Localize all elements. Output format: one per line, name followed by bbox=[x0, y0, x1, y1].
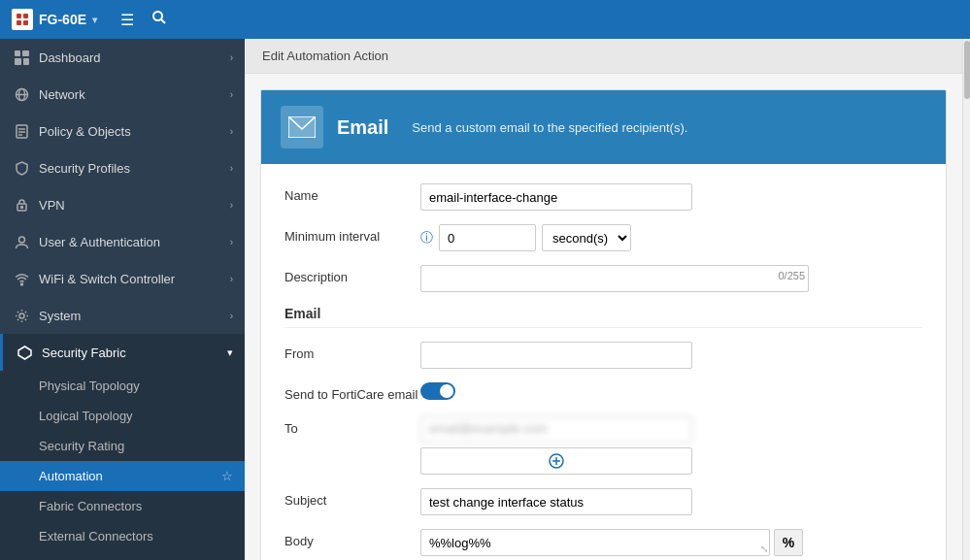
to-control: email@example.com bbox=[420, 416, 922, 475]
hamburger-icon[interactable]: ☰ bbox=[120, 11, 134, 29]
subject-input[interactable] bbox=[420, 488, 692, 515]
form-card: Email Send a custom email to the specifi… bbox=[260, 89, 947, 560]
dashboard-chevron: › bbox=[230, 52, 233, 63]
card-subtitle: Send a custom email to the specified rec… bbox=[412, 120, 687, 135]
body-row: Body ⤡ % bbox=[284, 529, 922, 556]
to-row: To email@example.com bbox=[284, 416, 922, 475]
percent-label: % bbox=[783, 535, 794, 550]
security-profiles-chevron: › bbox=[230, 163, 233, 174]
card-title: Email bbox=[337, 116, 388, 139]
automation-label: Automation bbox=[39, 469, 103, 483]
sidebar-item-security-rating[interactable]: Security Rating bbox=[0, 431, 245, 461]
body-control: ⤡ % bbox=[420, 529, 922, 556]
security-fabric-chevron: ▾ bbox=[227, 346, 233, 359]
sidebar-item-policy-objects[interactable]: Policy & Objects › bbox=[0, 113, 245, 149]
svg-rect-6 bbox=[15, 50, 20, 56]
name-label: Name bbox=[284, 183, 420, 203]
vpn-chevron: › bbox=[230, 200, 233, 211]
device-name-label: FG-60E bbox=[39, 12, 86, 27]
dashboard-icon bbox=[12, 48, 31, 67]
to-add-button[interactable] bbox=[420, 447, 692, 475]
svg-marker-22 bbox=[18, 346, 31, 359]
sidebar-item-user-auth[interactable]: User & Authentication › bbox=[0, 223, 245, 260]
description-input[interactable] bbox=[420, 265, 809, 292]
sidebar-item-vpn[interactable]: VPN › bbox=[0, 186, 245, 223]
search-icon[interactable] bbox=[151, 10, 167, 29]
min-interval-label: Minimum interval bbox=[284, 224, 420, 244]
content-body: Email Send a custom email to the specifi… bbox=[245, 74, 962, 560]
security-profiles-label: Security Profiles bbox=[39, 161, 230, 176]
interval-unit-select[interactable]: second(s) minute(s) hour(s) bbox=[542, 224, 631, 251]
svg-point-4 bbox=[153, 12, 162, 20]
sidebar-item-external-connectors[interactable]: External Connectors bbox=[0, 521, 245, 551]
body-percent-button[interactable]: % bbox=[774, 529, 803, 556]
name-row: Name bbox=[284, 183, 922, 211]
content-area: Edit Automation Action Email Send a cust… bbox=[245, 39, 962, 560]
network-chevron: › bbox=[230, 89, 233, 100]
dashboard-label: Dashboard bbox=[39, 50, 230, 65]
security-profiles-icon bbox=[12, 158, 31, 178]
main-layout: Dashboard › Network › bbox=[0, 39, 970, 560]
description-row: Description 0/255 bbox=[284, 265, 922, 292]
content-header: Edit Automation Action bbox=[245, 39, 962, 74]
from-label: From bbox=[284, 342, 420, 361]
network-icon bbox=[12, 84, 31, 104]
sidebar-item-logical-topology[interactable]: Logical Topology bbox=[0, 401, 245, 431]
scrollbar-track[interactable] bbox=[962, 39, 970, 560]
forticare-toggle[interactable] bbox=[420, 382, 455, 400]
sidebar-item-automation[interactable]: Automation ☆ bbox=[0, 461, 245, 491]
policy-icon bbox=[12, 121, 31, 141]
email-section-title: Email bbox=[284, 306, 922, 328]
interval-input[interactable] bbox=[439, 224, 536, 251]
from-control bbox=[420, 342, 922, 369]
svg-point-21 bbox=[19, 313, 24, 318]
svg-rect-0 bbox=[17, 14, 21, 18]
card-header: Email Send a custom email to the specifi… bbox=[261, 90, 946, 164]
name-input[interactable] bbox=[420, 183, 692, 211]
card-body: Name Minimum interval ⓘ second(s) bbox=[261, 164, 946, 560]
sidebar-item-fabric-connectors[interactable]: Fabric Connectors bbox=[0, 491, 245, 521]
system-chevron: › bbox=[230, 311, 233, 321]
user-auth-label: User & Authentication bbox=[39, 235, 230, 249]
scrollbar-thumb[interactable] bbox=[964, 41, 970, 99]
svg-rect-1 bbox=[23, 14, 28, 18]
sidebar-item-asset-identity-center[interactable]: Asset Identity Center bbox=[0, 551, 245, 560]
device-logo[interactable]: FG-60E ▾ bbox=[12, 9, 97, 30]
sidebar-item-network[interactable]: Network › bbox=[0, 76, 245, 113]
wifi-label: WiFi & Switch Controller bbox=[39, 272, 230, 286]
sidebar-item-dashboard[interactable]: Dashboard › bbox=[0, 39, 245, 76]
vpn-label: VPN bbox=[39, 198, 230, 213]
svg-rect-8 bbox=[15, 58, 21, 65]
to-label: To bbox=[284, 416, 420, 436]
sidebar-item-security-fabric[interactable]: Security Fabric ▾ bbox=[0, 334, 245, 371]
name-control bbox=[420, 183, 922, 211]
svg-point-19 bbox=[18, 237, 24, 243]
network-label: Network bbox=[39, 87, 230, 102]
description-wrapper: 0/255 bbox=[420, 265, 809, 292]
policy-chevron: › bbox=[230, 126, 233, 137]
to-field-wrapper: email@example.com bbox=[420, 416, 692, 475]
device-dropdown-arrow[interactable]: ▾ bbox=[92, 15, 97, 25]
system-label: System bbox=[39, 309, 230, 323]
policy-label: Policy & Objects bbox=[39, 124, 230, 139]
sidebar-item-physical-topology[interactable]: Physical Topology bbox=[0, 371, 245, 401]
content-header-title: Edit Automation Action bbox=[262, 49, 388, 63]
body-input[interactable] bbox=[420, 529, 770, 556]
description-control: 0/255 bbox=[420, 265, 922, 292]
min-interval-row: Minimum interval ⓘ second(s) minute(s) h… bbox=[284, 224, 922, 251]
svg-point-18 bbox=[20, 206, 22, 208]
info-icon[interactable]: ⓘ bbox=[420, 229, 433, 247]
forticare-control bbox=[420, 382, 922, 403]
sidebar-item-security-profiles[interactable]: Security Profiles › bbox=[0, 149, 245, 186]
description-count: 0/255 bbox=[778, 270, 805, 281]
sidebar-item-system[interactable]: System › bbox=[0, 297, 245, 334]
sidebar-item-wifi-switch[interactable]: WiFi & Switch Controller › bbox=[0, 260, 245, 297]
subject-row: Subject bbox=[284, 488, 922, 515]
wifi-chevron: › bbox=[230, 274, 233, 284]
description-label: Description bbox=[284, 265, 420, 284]
body-wrapper: ⤡ % bbox=[420, 529, 809, 556]
interval-control: ⓘ second(s) minute(s) hour(s) bbox=[420, 224, 922, 251]
body-label: Body bbox=[284, 529, 420, 548]
forticare-label: Send to FortiCare email bbox=[284, 382, 420, 402]
from-input[interactable] bbox=[420, 342, 692, 369]
